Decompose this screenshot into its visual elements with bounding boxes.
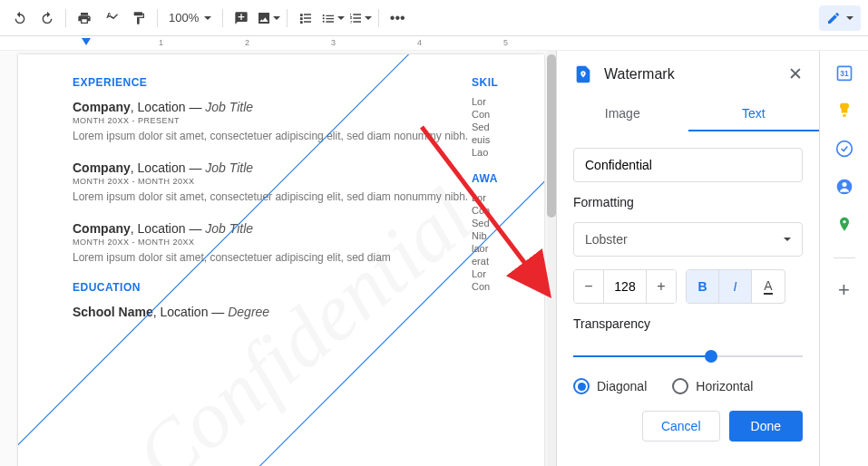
keep-icon[interactable] [835, 102, 853, 120]
chevron-down-icon [365, 16, 372, 20]
tab-image[interactable]: Image [557, 97, 688, 131]
scrollbar-thumb[interactable] [547, 54, 556, 218]
chevron-down-icon [784, 238, 791, 241]
experience-entry: Company, Location — Job Title MONTH 20XX… [73, 100, 490, 144]
contacts-icon[interactable] [835, 178, 853, 196]
slider-thumb[interactable] [705, 350, 717, 363]
page: Confidential EXPERIENCE Company, Locatio… [18, 54, 544, 466]
section-education: EDUCATION [73, 281, 490, 294]
font-value: Lobster [585, 232, 628, 247]
document-area[interactable]: Confidential EXPERIENCE Company, Locatio… [0, 51, 547, 466]
italic-button[interactable]: I [719, 270, 752, 303]
insert-comment-button[interactable] [229, 5, 254, 31]
close-button[interactable]: ✕ [788, 63, 803, 84]
size-decrease[interactable]: − [574, 270, 603, 303]
zoom-select[interactable]: 100% [163, 11, 217, 24]
tab-text[interactable]: Text [688, 97, 820, 131]
bold-button[interactable]: B [687, 270, 719, 303]
add-addon-button[interactable]: + [838, 278, 850, 302]
chevron-down-icon [846, 16, 853, 20]
svg-point-3 [836, 141, 852, 157]
print-button[interactable] [72, 5, 97, 31]
numbered-list-button[interactable] [347, 5, 373, 31]
orientation-horizontal[interactable]: Horizontal [672, 378, 753, 394]
indent-marker[interactable] [82, 38, 91, 45]
ruler: 1 2 3 4 5 [0, 36, 868, 51]
toolbar: 100% ••• [0, 0, 868, 36]
size-value[interactable]: 128 [603, 270, 647, 303]
transparency-label: Transparency [573, 316, 803, 331]
svg-text:31: 31 [840, 69, 849, 78]
vertical-scrollbar[interactable] [547, 51, 556, 466]
font-size-stepper: − 128 + [573, 269, 677, 304]
done-button[interactable]: Done [729, 411, 803, 442]
chevron-down-icon [337, 16, 345, 20]
section-skills: SKIL [472, 76, 544, 89]
insert-image-button[interactable] [256, 5, 281, 31]
svg-rect-2 [843, 114, 845, 117]
text-color-button[interactable]: A [752, 270, 785, 303]
watermark-icon [573, 64, 593, 84]
undo-button[interactable] [7, 5, 33, 31]
paint-format-button[interactable] [126, 5, 151, 31]
calendar-icon[interactable]: 31 [835, 63, 853, 82]
experience-entry: Company, Location — Job Title MONTH 20XX… [73, 221, 490, 266]
watermark-panel: Watermark ✕ Image Text Formatting Lobste… [556, 51, 819, 466]
panel-title: Watermark [604, 66, 777, 83]
cancel-button[interactable]: Cancel [642, 411, 720, 442]
edit-mode-button[interactable] [819, 5, 861, 31]
tasks-icon[interactable] [835, 140, 853, 158]
transparency-slider[interactable] [573, 347, 803, 365]
spellcheck-button[interactable] [99, 5, 124, 31]
checklist-button[interactable] [293, 5, 318, 31]
chevron-down-icon [204, 16, 211, 20]
section-experience: EXPERIENCE [73, 76, 490, 89]
svg-point-5 [842, 182, 846, 187]
svg-point-6 [843, 220, 845, 223]
education-entry: School Name, Location — Degree [73, 305, 490, 319]
more-button[interactable]: ••• [385, 5, 410, 31]
formatting-label: Formatting [573, 195, 803, 209]
right-column: SKIL Lor Con Sed euis Lao AWA Lor Con Se… [472, 76, 544, 294]
font-select[interactable]: Lobster [573, 222, 803, 257]
maps-icon[interactable] [835, 216, 853, 234]
redo-button[interactable] [34, 5, 60, 31]
orientation-diagonal[interactable]: Diagonal [573, 378, 647, 394]
side-panel: 31 + [819, 51, 868, 466]
chevron-down-icon [273, 16, 280, 20]
size-increase[interactable]: + [647, 270, 676, 303]
section-awards: AWA [472, 172, 544, 185]
bulleted-list-button[interactable] [320, 5, 346, 31]
watermark-text-input[interactable] [573, 148, 803, 182]
